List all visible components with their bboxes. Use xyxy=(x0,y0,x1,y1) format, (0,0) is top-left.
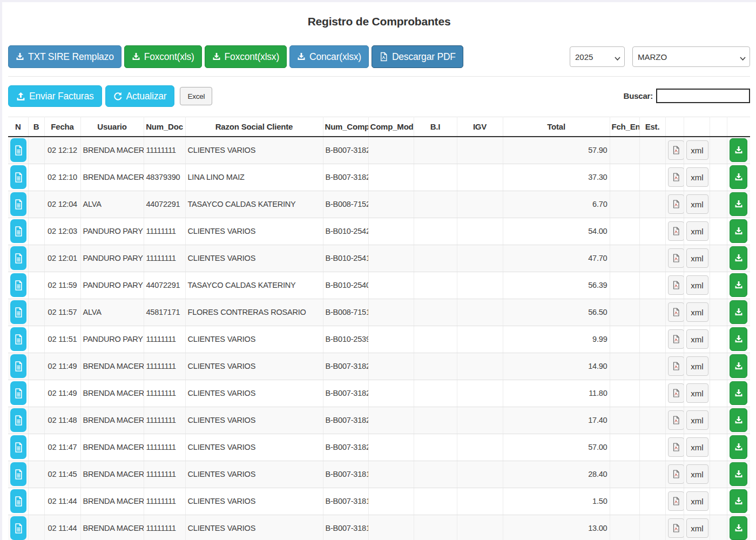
row-document-button[interactable] xyxy=(10,300,26,324)
row-document-button[interactable] xyxy=(10,246,26,270)
row-xml-button[interactable]: xml xyxy=(686,275,708,295)
row-download-button[interactable] xyxy=(730,381,747,405)
row-pdf-button[interactable] xyxy=(668,491,684,511)
foxcont-xlsx-button[interactable]: Foxcont(xlsx) xyxy=(205,45,287,68)
row-document-button[interactable] xyxy=(10,219,26,243)
row-xml-button[interactable]: xml xyxy=(686,167,708,187)
row-pdf-button[interactable] xyxy=(668,383,684,403)
row-pdf-button[interactable] xyxy=(668,518,684,538)
foxcont-xls-button[interactable]: Foxcont(xls) xyxy=(124,45,202,68)
year-select[interactable]: 2025 xyxy=(570,46,625,67)
cell-extra xyxy=(710,461,727,488)
cell-fecha: 02 11:59 xyxy=(44,272,80,299)
row-pdf-button[interactable] xyxy=(668,410,684,430)
cell-est xyxy=(639,515,665,540)
row-download-button[interactable] xyxy=(730,246,747,270)
row-xml-button[interactable]: xml xyxy=(686,248,708,268)
descargar-pdf-button[interactable]: Descargar PDF xyxy=(372,45,463,68)
row-document-button[interactable] xyxy=(10,273,26,297)
row-download-button[interactable] xyxy=(730,408,747,432)
row-download-button[interactable] xyxy=(730,165,747,189)
excel-button[interactable]: Excel xyxy=(180,87,212,105)
row-pdf-button[interactable] xyxy=(668,248,684,268)
row-download-button[interactable] xyxy=(730,489,747,513)
file-text-icon xyxy=(14,442,23,453)
row-xml-button[interactable]: xml xyxy=(686,383,708,403)
row-xml-button[interactable]: xml xyxy=(686,356,708,376)
cell-razon-social: TASAYCO CALDAS KATERINY xyxy=(185,272,323,299)
row-pdf-button[interactable] xyxy=(668,356,684,376)
cell-n xyxy=(8,272,28,299)
row-xml-button[interactable]: xml xyxy=(686,437,708,457)
cell-num-comp: B-B010-2540 xyxy=(323,272,368,299)
table-row: 02 12:04 ALVA 44072291 TASAYCO CALDAS KA… xyxy=(8,191,750,218)
row-download-button[interactable] xyxy=(730,354,747,378)
row-download-button[interactable] xyxy=(730,435,747,459)
cell-n xyxy=(8,407,28,434)
row-document-button[interactable] xyxy=(10,192,26,216)
pdf-file-icon xyxy=(672,172,680,182)
row-pdf-button[interactable] xyxy=(668,302,684,322)
row-pdf-button[interactable] xyxy=(668,167,684,187)
cell-total: 54.00 xyxy=(503,218,610,245)
cell-n xyxy=(8,488,28,515)
row-xml-button[interactable]: xml xyxy=(686,194,708,214)
row-download-button[interactable] xyxy=(730,327,747,351)
cell-fecha: 02 12:04 xyxy=(44,191,80,218)
cell-n xyxy=(8,353,28,380)
row-document-button[interactable] xyxy=(10,435,26,459)
cell-est xyxy=(639,218,665,245)
row-download-button[interactable] xyxy=(730,138,747,162)
row-download-button[interactable] xyxy=(730,273,747,297)
row-xml-button[interactable]: xml xyxy=(686,518,708,538)
row-pdf-button[interactable] xyxy=(668,464,684,484)
column-header-usuario: Usuario xyxy=(80,117,144,137)
row-document-button[interactable] xyxy=(10,462,26,486)
row-document-button[interactable] xyxy=(10,327,26,351)
enviar-facturas-button[interactable]: Enviar Facturas xyxy=(8,85,102,107)
cell-igv xyxy=(457,218,503,245)
file-text-icon xyxy=(14,226,23,237)
actualizar-button[interactable]: Actualizar xyxy=(105,85,175,107)
row-pdf-button[interactable] xyxy=(668,140,684,160)
row-document-button[interactable] xyxy=(10,408,26,432)
row-document-button[interactable] xyxy=(10,165,26,189)
month-select[interactable]: MARZO xyxy=(632,46,750,67)
search-input[interactable] xyxy=(656,89,750,103)
row-document-button[interactable] xyxy=(10,516,26,540)
pdf-file-icon xyxy=(672,226,680,236)
row-pdf-button[interactable] xyxy=(668,329,684,349)
row-xml-button[interactable]: xml xyxy=(686,329,708,349)
cell-xml: xml xyxy=(684,137,710,164)
row-pdf-button[interactable] xyxy=(668,221,684,241)
row-xml-button[interactable]: xml xyxy=(686,491,708,511)
row-xml-button[interactable]: xml xyxy=(686,302,708,322)
row-document-button[interactable] xyxy=(10,354,26,378)
row-xml-button[interactable]: xml xyxy=(686,410,708,430)
file-text-icon xyxy=(14,280,23,291)
cell-bi xyxy=(414,245,457,272)
concar-xlsx-button[interactable]: Concar(xlsx) xyxy=(289,45,369,68)
cell-b xyxy=(28,245,44,272)
pdf-file-icon xyxy=(672,496,680,506)
column-header-razon-social: Razon Social Cliente xyxy=(185,117,323,137)
row-document-button[interactable] xyxy=(10,381,26,405)
row-pdf-button[interactable] xyxy=(668,437,684,457)
row-download-button[interactable] xyxy=(730,300,747,324)
download-icon xyxy=(734,470,743,478)
cell-usuario: BRENDA MACERA C xyxy=(80,461,144,488)
row-xml-button[interactable]: xml xyxy=(686,140,708,160)
cell-num-comp: B-B007-31819 xyxy=(323,461,368,488)
row-document-button[interactable] xyxy=(10,489,26,513)
row-download-button[interactable] xyxy=(730,516,747,540)
row-download-button[interactable] xyxy=(730,219,747,243)
row-xml-button[interactable]: xml xyxy=(686,464,708,484)
txt-sire-remplazo-button[interactable]: TXT SIRE Remplazo xyxy=(8,45,122,68)
row-download-button[interactable] xyxy=(730,462,747,486)
row-xml-button[interactable]: xml xyxy=(686,221,708,241)
row-pdf-button[interactable] xyxy=(668,275,684,295)
row-pdf-button[interactable] xyxy=(668,194,684,214)
cell-comp-mod xyxy=(368,380,414,407)
row-document-button[interactable] xyxy=(10,138,26,162)
row-download-button[interactable] xyxy=(730,192,747,216)
